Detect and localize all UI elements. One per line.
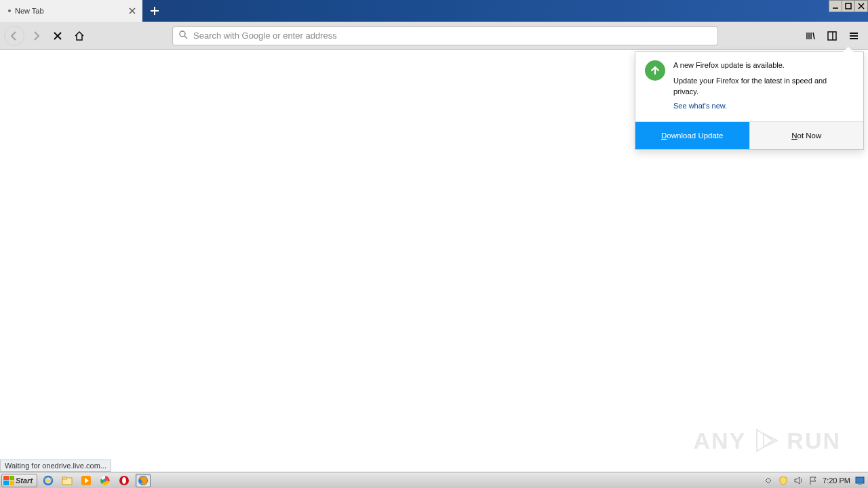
- update-popup: A new Firefox update is available. Updat…: [635, 52, 864, 150]
- close-window-button[interactable]: [854, 0, 868, 12]
- library-button[interactable]: [800, 26, 821, 46]
- watermark-left: ANY: [694, 428, 747, 454]
- taskbar-ie-icon[interactable]: [41, 474, 56, 487]
- svg-point-10: [122, 477, 126, 484]
- forward-button[interactable]: [26, 26, 46, 46]
- sidebar-button[interactable]: [822, 26, 842, 46]
- tray-clock[interactable]: 7:20 PM: [823, 476, 850, 485]
- tray-expand-icon[interactable]: [763, 475, 774, 486]
- tray-flag-icon[interactable]: [808, 475, 818, 486]
- tray-shield-icon[interactable]: [778, 475, 789, 486]
- start-button[interactable]: Start: [1, 474, 37, 487]
- title-bar: New Tab: [0, 0, 868, 22]
- taskbar: Start 7:20 PM: [0, 472, 868, 488]
- status-bar: Waiting for onedrive.live.com...: [0, 460, 111, 472]
- tab-title: New Tab: [15, 7, 44, 15]
- tray-volume-icon[interactable]: [793, 475, 804, 486]
- popup-heading: A new Firefox update is available.: [673, 60, 854, 70]
- home-button[interactable]: [69, 26, 90, 46]
- taskbar-firefox-icon[interactable]: [136, 474, 151, 487]
- svg-point-1: [180, 31, 185, 37]
- windows-logo-icon: [3, 476, 14, 485]
- stop-button[interactable]: [47, 26, 68, 46]
- address-input[interactable]: [193, 30, 712, 41]
- maximize-button[interactable]: [842, 0, 855, 12]
- tab-close-button[interactable]: [127, 6, 137, 16]
- menu-button[interactable]: [844, 26, 864, 46]
- taskbar-media-icon[interactable]: [79, 474, 94, 487]
- browser-tab[interactable]: New Tab: [0, 0, 142, 22]
- taskbar-explorer-icon[interactable]: [60, 474, 75, 487]
- play-icon: [753, 427, 780, 454]
- svg-rect-0: [846, 3, 851, 9]
- search-icon: [178, 30, 188, 42]
- minimize-button[interactable]: [829, 0, 842, 12]
- start-label: Start: [16, 476, 33, 485]
- popup-link[interactable]: See what's new.: [673, 101, 854, 111]
- svg-rect-2: [828, 32, 836, 40]
- taskbar-opera-icon[interactable]: [117, 474, 132, 487]
- tray-desktop-icon[interactable]: [854, 475, 865, 486]
- status-text: Waiting for onedrive.live.com...: [5, 462, 106, 470]
- window-controls: [829, 0, 868, 22]
- tab-loading-dot: [8, 9, 11, 12]
- system-tray: 7:20 PM: [760, 475, 868, 486]
- address-bar[interactable]: [172, 26, 718, 45]
- download-update-button[interactable]: Download Update: [635, 122, 749, 149]
- taskbar-chrome-icon[interactable]: [98, 474, 113, 487]
- popup-secondary-rest: ot Now: [797, 131, 822, 140]
- nav-toolbar: [0, 22, 868, 50]
- not-now-button[interactable]: Not Now: [749, 122, 864, 149]
- watermark: ANY RUN: [694, 427, 841, 454]
- new-tab-button[interactable]: [142, 0, 167, 22]
- svg-rect-12: [856, 477, 864, 483]
- update-arrow-icon: [645, 60, 665, 81]
- back-button[interactable]: [4, 26, 24, 46]
- popup-description: Update your Firefox for the latest in sp…: [673, 76, 854, 97]
- watermark-right: RUN: [787, 428, 841, 454]
- popup-primary-rest: ownload Update: [667, 131, 723, 140]
- svg-rect-13: [858, 483, 862, 485]
- svg-rect-5: [62, 477, 66, 479]
